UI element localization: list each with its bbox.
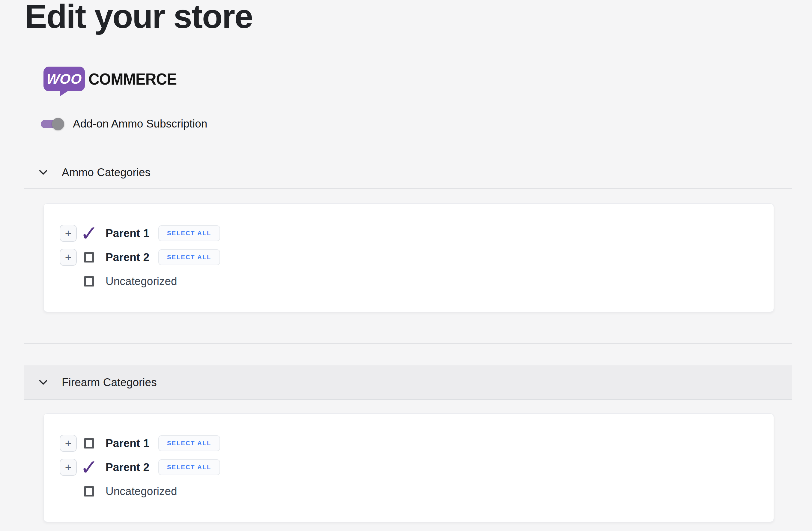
plus-icon <box>65 228 72 239</box>
section-title: Ammo Categories <box>62 166 150 179</box>
woo-logo-bubble: WOO <box>43 67 85 91</box>
ammo-categories-card: Parent 1 SELECT ALL Parent 2 SELECT ALL … <box>43 203 774 312</box>
category-row-parent1: Parent 1 SELECT ALL <box>60 435 774 452</box>
select-all-button[interactable]: SELECT ALL <box>158 249 220 265</box>
category-row-uncategorized: Uncategorized <box>60 483 774 500</box>
expand-category-button[interactable] <box>60 435 77 452</box>
category-row-uncategorized: Uncategorized <box>60 273 774 290</box>
section-divider <box>24 343 792 344</box>
category-label: Parent 2 <box>105 251 149 264</box>
toggle-label: Add-on Ammo Subscription <box>73 118 207 130</box>
plus-icon <box>65 252 72 263</box>
category-row-parent1: Parent 1 SELECT ALL <box>60 225 774 242</box>
select-all-button[interactable]: SELECT ALL <box>158 435 220 451</box>
firearm-categories-card: Parent 1 SELECT ALL Parent 2 SELECT ALL … <box>43 413 774 522</box>
plus-icon <box>65 462 72 473</box>
expand-category-button[interactable] <box>60 225 77 242</box>
chevron-down-icon <box>39 170 47 175</box>
check-icon <box>84 462 94 473</box>
category-checkbox-unchecked[interactable] <box>84 438 94 448</box>
commerce-wordmark: COMMERCE <box>88 70 177 88</box>
select-all-button[interactable]: SELECT ALL <box>158 459 220 475</box>
category-label: Parent 2 <box>105 461 149 474</box>
woocommerce-logo: WOO COMMERCE <box>43 67 182 91</box>
category-checkbox-unchecked[interactable] <box>84 276 94 287</box>
section-divider <box>24 188 792 189</box>
section-header-firearm-categories[interactable]: Firearm Categories <box>24 365 792 400</box>
category-label: Uncategorized <box>105 485 177 498</box>
plus-icon <box>65 438 72 449</box>
page-title: Edit your store <box>25 0 252 37</box>
section-title: Firearm Categories <box>62 376 157 389</box>
category-label: Parent 1 <box>105 437 149 450</box>
chevron-down-icon <box>39 379 47 386</box>
category-checkbox-checked[interactable] <box>84 228 94 239</box>
category-row-parent2: Parent 2 SELECT ALL <box>60 459 774 476</box>
select-all-button[interactable]: SELECT ALL <box>158 225 220 241</box>
category-row-parent2: Parent 2 SELECT ALL <box>60 249 774 266</box>
category-checkbox-unchecked[interactable] <box>84 486 94 497</box>
ammo-subscription-toggle[interactable] <box>41 118 64 130</box>
category-label: Uncategorized <box>105 275 177 288</box>
subscription-toggle-row: Add-on Ammo Subscription <box>41 118 207 130</box>
category-checkbox-checked[interactable] <box>84 462 94 473</box>
category-checkbox-unchecked[interactable] <box>84 252 94 262</box>
check-icon <box>84 228 94 239</box>
woo-logo-text: WOO <box>46 71 83 87</box>
section-header-ammo-categories[interactable]: Ammo Categories <box>39 163 150 182</box>
expand-category-button[interactable] <box>60 249 77 266</box>
expand-category-button[interactable] <box>60 459 77 476</box>
category-label: Parent 1 <box>105 227 149 240</box>
toggle-knob <box>52 118 64 130</box>
speech-bubble-tail <box>60 90 69 96</box>
